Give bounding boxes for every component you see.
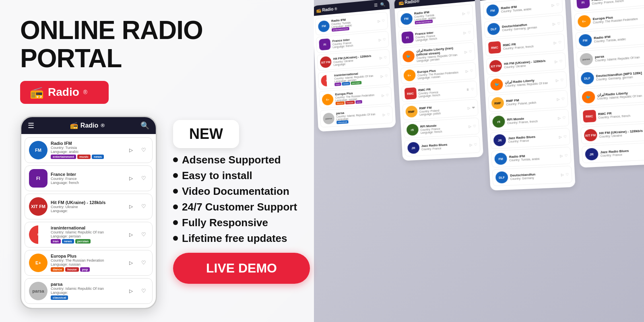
- heart-icon[interactable]: ♡: [467, 11, 470, 15]
- heart-icon[interactable]: ♡: [560, 78, 563, 82]
- play-icon[interactable]: ▷: [469, 124, 471, 128]
- station-actions: ⏸ ♡: [466, 87, 474, 92]
- play-button[interactable]: ▷: [126, 258, 135, 267]
- station-info: parsa Country: Islamic Republic Of Iran: [595, 51, 644, 62]
- play-icon[interactable]: ▷: [559, 154, 562, 158]
- station-tags: dance house pop: [51, 267, 123, 272]
- play-icon[interactable]: ▷: [380, 56, 382, 60]
- station-actions: ▷ ♡: [554, 59, 562, 64]
- heart-icon[interactable]: ♡: [384, 74, 388, 78]
- tag-dance: dance: [51, 267, 64, 272]
- app-screenshot-3: Radio® ☰ FM Radio IFM Country: Tunisia, …: [479, 0, 575, 190]
- play-icon[interactable]: ▷: [554, 60, 557, 64]
- heart-icon[interactable]: ♡: [386, 113, 390, 117]
- heart-icon[interactable]: ♡: [382, 37, 386, 41]
- heart-icon[interactable]: ♡: [564, 153, 568, 157]
- heart-icon[interactable]: ♡: [470, 69, 473, 73]
- heart-icon[interactable]: ♡: [556, 2, 559, 6]
- play-icon[interactable]: ▷: [470, 143, 473, 147]
- play-icon[interactable]: ▷: [561, 173, 564, 177]
- heart-icon[interactable]: ♡: [382, 19, 385, 23]
- station-logo: FI: [319, 38, 330, 50]
- play-icon[interactable]: ▷: [378, 19, 380, 23]
- favorite-button[interactable]: ♡: [139, 146, 148, 155]
- phone-radio-icon: 📻: [70, 122, 78, 129]
- radio-icon: 📻: [316, 8, 321, 13]
- play-icon[interactable]: ▷: [557, 116, 560, 120]
- heart-icon[interactable]: ♡: [562, 116, 566, 120]
- play-icon[interactable]: ▷: [378, 38, 381, 42]
- phone-mockup: ☰ 📻 Radio ® 🔍 FM Radio IFM Country: Tuni…: [20, 116, 157, 309]
- station-logo: FI: [401, 31, 414, 44]
- play-icon[interactable]: ▷: [466, 69, 469, 73]
- station-tags: entertainment music news: [51, 155, 123, 159]
- play-icon[interactable]: ▷: [552, 22, 555, 26]
- feature-item-support: 24/7 Customer Support: [173, 201, 310, 213]
- heart-icon[interactable]: ♡: [557, 21, 560, 25]
- play-icon[interactable]: ▷: [553, 41, 556, 45]
- phone-menu-icon[interactable]: ☰: [28, 121, 34, 130]
- phone-logo: 📻 Radio ®: [70, 122, 105, 129]
- tag: classical: [336, 120, 348, 124]
- feature-label: Easy to install: [182, 169, 252, 182]
- play-icon[interactable]: ▷: [551, 3, 554, 7]
- heart-icon[interactable]: ❤: [472, 105, 475, 109]
- play-button[interactable]: ▷: [126, 146, 135, 155]
- play-icon[interactable]: ▷: [463, 31, 466, 35]
- pause-icon[interactable]: ⏸: [466, 87, 469, 91]
- station-logo: FM: [318, 20, 330, 32]
- play-icon[interactable]: ▷: [464, 50, 467, 54]
- play-icon[interactable]: ▷: [557, 97, 559, 101]
- play-button[interactable]: ▷: [126, 287, 135, 295]
- radio-logo-icon: 📻: [30, 86, 44, 99]
- screenshot-col-4: Radio® ☰ FI France Inter Country: France…: [569, 0, 644, 313]
- play-icon[interactable]: ▷: [380, 74, 383, 78]
- app-body-1: FM Radio IFM Country: Tunisia Language: …: [314, 9, 396, 132]
- play-icon[interactable]: ▷: [382, 113, 385, 117]
- heart-icon[interactable]: ♡: [474, 142, 477, 147]
- search-icon: 🔍: [380, 2, 385, 7]
- heart-icon[interactable]: ♡: [563, 134, 566, 138]
- radio-logo-button[interactable]: 📻 Radio ®: [20, 81, 109, 104]
- station-row: 🐦 ایران Radio Liberty Country: Islamic R…: [578, 84, 644, 107]
- favorite-button[interactable]: ♡: [139, 230, 148, 239]
- station-logo: XIT FM: [489, 60, 502, 72]
- heart-icon[interactable]: ♡: [384, 56, 387, 60]
- station-logo: FI: [576, 0, 590, 9]
- station-actions: ▷ ♡: [553, 40, 561, 45]
- heart-icon[interactable]: ♡: [471, 87, 474, 91]
- screenshot-col-1: 📻 Radio ® ☰ 🔍 FM Radio IFM: [314, 0, 406, 316]
- play-button[interactable]: ▷: [126, 230, 135, 239]
- favorite-button[interactable]: ♡: [139, 258, 148, 267]
- station-info: RMF FM Country: Poland Language: polish: [419, 103, 466, 116]
- tag: dance: [336, 101, 345, 105]
- heart-icon[interactable]: ♡: [559, 59, 562, 63]
- favorite-button[interactable]: ♡: [139, 287, 148, 295]
- favorite-button[interactable]: ♡: [139, 174, 148, 183]
- play-icon[interactable]: ▷: [468, 106, 471, 110]
- play-icon[interactable]: ▷: [462, 12, 465, 16]
- play-button[interactable]: ▷: [126, 202, 135, 211]
- station-row: II iraninternational Country: Islamic Re…: [318, 67, 391, 90]
- favorite-button[interactable]: ♡: [139, 202, 148, 211]
- heart-icon[interactable]: ♡: [561, 97, 564, 101]
- station-name: Hit FM (UKraine) - 128kb/s: [51, 200, 123, 205]
- feature-item-responsive: Fully Responsive: [173, 217, 310, 229]
- heart-icon[interactable]: ♡: [468, 30, 471, 34]
- heart-icon[interactable]: ♡: [473, 124, 476, 128]
- heart-icon[interactable]: ♡: [386, 93, 389, 97]
- new-badge-container: NEW: [173, 120, 310, 148]
- phone-header: ☰ 📻 Radio ® 🔍: [21, 117, 156, 134]
- heart-icon[interactable]: ♡: [565, 172, 568, 176]
- heart-icon[interactable]: ♡: [469, 50, 472, 54]
- station-row: parsa parsa Country: Islamic Republic Of…: [320, 105, 393, 128]
- phone-logo-text: Radio: [80, 122, 98, 129]
- play-icon[interactable]: ▷: [555, 78, 558, 83]
- heart-icon[interactable]: ♡: [558, 40, 561, 44]
- play-icon[interactable]: ▷: [559, 135, 561, 139]
- play-icon[interactable]: ▷: [382, 94, 384, 98]
- feature-label: Fully Responsive: [182, 217, 268, 229]
- live-demo-button[interactable]: LIVE DEMO: [173, 253, 310, 284]
- play-button[interactable]: ▷: [126, 174, 135, 183]
- phone-search-icon[interactable]: 🔍: [140, 121, 149, 130]
